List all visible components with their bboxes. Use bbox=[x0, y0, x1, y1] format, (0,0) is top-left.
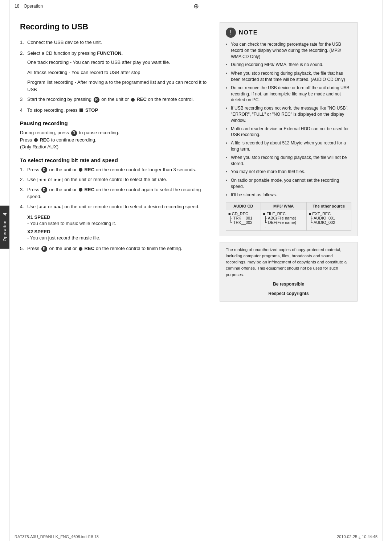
br-step-1-num: 1. bbox=[20, 166, 27, 173]
br-step-5-text: Press R on the unit or REC on the remote… bbox=[27, 245, 182, 252]
rec-button-icon: R bbox=[94, 97, 99, 103]
br-step-4-text: Use |◄◄ or ►►| on the unit or remote con… bbox=[27, 203, 200, 210]
right-border bbox=[383, 0, 383, 541]
indent-program-list: Program list recording - After moving a … bbox=[27, 79, 209, 93]
note-item-4: •Do not remove the USB device or turn of… bbox=[226, 85, 351, 103]
indent-one-track: One track recording - You can record to … bbox=[27, 59, 209, 66]
copyright-text: The making of unauthorized copies of cop… bbox=[226, 247, 351, 278]
note-title: NOTE bbox=[239, 29, 258, 36]
right-column: ! NOTE •You can check the recording perc… bbox=[220, 22, 358, 302]
filled-circle-icon bbox=[131, 98, 135, 102]
side-tab-label: Operation bbox=[3, 221, 7, 241]
bit-rate-step-3: 3. Press R on the unit or REC on the rem… bbox=[20, 186, 209, 200]
note-item-11: •It'll be stored as follows. bbox=[226, 192, 351, 198]
note-item-8: •When you stop recording during playback… bbox=[226, 155, 351, 167]
note-item-5: •If USB recording does not work, the mes… bbox=[226, 105, 351, 123]
pause-button-icon: R bbox=[71, 130, 77, 136]
table-header-audio-cd: AUDIO CD bbox=[226, 202, 261, 210]
copyright-box: The making of unauthorized copies of cop… bbox=[220, 242, 358, 302]
note-item-9: •You may not store more than 999 files. bbox=[226, 169, 351, 175]
page-number: 18 bbox=[15, 4, 19, 9]
step-2: 2. Select a CD function by pressing FUNC… bbox=[20, 50, 209, 57]
br-step-1-text: Press R on the unit or REC on the remote… bbox=[27, 166, 196, 173]
note-list: •You can check the recording percentage … bbox=[226, 41, 351, 198]
bit-rate-step-1: 1. Press R on the unit or REC on the rem… bbox=[20, 166, 209, 173]
main-content: Recording to USB 1. Connect the USB devi… bbox=[0, 11, 392, 323]
step-4-num: 4 bbox=[20, 107, 27, 114]
note-item-10: •On radio or portable mode, you cannot s… bbox=[226, 177, 351, 190]
bit-rate-step-4: 4. Use |◄◄ or ►►| on the unit or remote … bbox=[20, 203, 209, 210]
pausing-text: During recording, press R to pause recor… bbox=[20, 129, 209, 151]
br-circle-5: R bbox=[41, 246, 47, 252]
bottom-bar: RAT375-A0U_DPANLLK_ENG_4608.indd18 18 20… bbox=[0, 532, 392, 541]
br-step-2-num: 2. bbox=[20, 176, 27, 183]
step-2-num: 2. bbox=[20, 50, 27, 57]
side-tab-number: 4 bbox=[2, 213, 8, 216]
br-step-3-text: Press R on the unit or REC on the remote… bbox=[27, 186, 209, 200]
br-step-2-text: Use |◄◄ or ►►| on the unit or remote con… bbox=[27, 176, 167, 183]
step-4: 4 To stop recording, press STOP bbox=[20, 107, 209, 114]
bit-rate-step-5: 5. Press R on the unit or REC on the rem… bbox=[20, 245, 209, 252]
table-cell-audio-cd: ■ CD_REC ├ TRK__001 └ TRK__002 · bbox=[226, 210, 261, 230]
step-1-num: 1. bbox=[20, 39, 27, 46]
br-step-3-num: 3. bbox=[20, 186, 27, 200]
pause-filled-circle bbox=[34, 138, 38, 142]
stop-square-icon bbox=[79, 108, 83, 112]
note-item-2: •During recording MP3/ WMA, there is no … bbox=[226, 62, 351, 68]
function-label: FUNCTION. bbox=[97, 50, 123, 56]
br-filled-5 bbox=[79, 247, 82, 251]
next-icon-2: ►►| bbox=[54, 204, 63, 210]
step-3-text: Start the recording by pressing R on the… bbox=[27, 96, 194, 103]
br-circle-3: R bbox=[41, 187, 47, 193]
note-header: ! NOTE bbox=[226, 28, 351, 38]
br-filled-3 bbox=[79, 188, 82, 192]
page: ⊕ 18 Operation 4 Operation Recording to … bbox=[0, 0, 392, 541]
side-tab: 4 Operation bbox=[0, 206, 9, 249]
x2-speed-block: X2 SPEED - You can just record the music… bbox=[27, 229, 209, 241]
left-border bbox=[9, 0, 9, 541]
br-filled-1 bbox=[79, 168, 82, 172]
footer-left: RAT375-A0U_DPANLLK_ENG_4608.indd18 18 bbox=[15, 534, 99, 539]
pausing-title: Pausing recording bbox=[20, 120, 209, 126]
step-2-text: Select a CD function by pressing FUNCTIO… bbox=[27, 50, 123, 57]
x1-speed-desc: - You can listen to music while recordin… bbox=[27, 221, 209, 226]
section-title: Recording to USB bbox=[20, 22, 209, 32]
note-icon: ! bbox=[226, 28, 236, 38]
br-circle-1: R bbox=[41, 167, 47, 173]
br-step-5-num: 5. bbox=[20, 245, 27, 252]
table-header-other: The other source bbox=[306, 202, 351, 210]
note-item-3: •When you stop recording during playback… bbox=[226, 70, 351, 83]
step-3-num: 3 bbox=[20, 96, 27, 103]
br-step-4-num: 4. bbox=[20, 203, 27, 210]
bit-rate-section: To select recording bit rate and speed 1… bbox=[20, 157, 209, 252]
footer-right: 2010-02-25 ¿ 10:44:45 bbox=[337, 534, 377, 539]
prev-icon: |◄◄ bbox=[37, 177, 46, 183]
prev-icon-2: |◄◄ bbox=[37, 204, 46, 210]
step-3: 3 Start the recording by pressing R on t… bbox=[20, 96, 209, 103]
table-cell-mp3-wma: ■ FILE_REC ├ ABC(File name) └ DEF(File n… bbox=[261, 210, 306, 230]
note-item-1: •You can check the recording percentage … bbox=[226, 41, 351, 60]
copyright-bold2: Respect copyrights bbox=[226, 290, 351, 297]
table-row-1: ■ CD_REC ├ TRK__001 └ TRK__002 · ■ FILE_… bbox=[226, 210, 351, 230]
indent-all-tracks: All tracks recording - You can record to… bbox=[27, 69, 209, 76]
step-1: 1. Connect the USB device to the unit. bbox=[20, 39, 209, 46]
next-icon: ►►| bbox=[54, 177, 63, 183]
left-column: Recording to USB 1. Connect the USB devi… bbox=[20, 22, 209, 302]
note-item-7: •A file is recorded by about 512 Mbyte w… bbox=[226, 140, 351, 152]
step-1-text: Connect the USB device to the unit. bbox=[27, 39, 102, 46]
copyright-bold1: Be responsible bbox=[226, 281, 351, 287]
x2-speed-desc: - You can just record the music file. bbox=[27, 235, 209, 241]
bit-rate-title: To select recording bit rate and speed bbox=[20, 157, 209, 163]
compass-icon: ⊕ bbox=[193, 2, 199, 10]
x2-speed-label: X2 SPEED bbox=[27, 229, 209, 234]
step-4-text: To stop recording, press STOP bbox=[27, 107, 98, 114]
bit-rate-step-2: 2. Use |◄◄ or ►►| on the unit or remote … bbox=[20, 176, 209, 183]
table-cell-other: ■ EXT_REC ├ AUDIO_001 └ AUDIO_002 · bbox=[306, 210, 351, 230]
x1-speed-block: X1 SPEED - You can listen to music while… bbox=[27, 214, 209, 226]
pausing-section: Pausing recording During recording, pres… bbox=[20, 120, 209, 151]
x1-speed-label: X1 SPEED bbox=[27, 214, 209, 220]
section-label: Operation bbox=[24, 4, 43, 9]
note-box: ! NOTE •You can check the recording perc… bbox=[220, 22, 358, 236]
table-header-mp3-wma: MP3/ WMA bbox=[261, 202, 306, 210]
file-tree-table: AUDIO CD MP3/ WMA The other source ■ CD_… bbox=[226, 202, 351, 231]
